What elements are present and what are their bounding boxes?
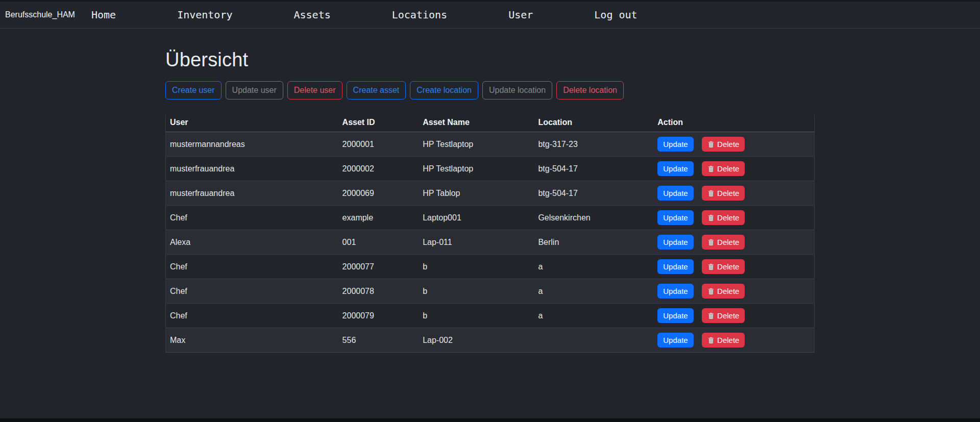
- cell-user: Alexa: [166, 230, 338, 255]
- cell-location: a: [534, 255, 653, 279]
- cell-asset-id: 2000001: [338, 132, 419, 157]
- delete-button[interactable]: Delete: [702, 308, 745, 323]
- create-location-button[interactable]: Create location: [410, 81, 478, 100]
- column-header-asset-id: Asset ID: [338, 115, 419, 132]
- trash-icon: [707, 214, 715, 221]
- cell-actions: Update Delete: [653, 181, 814, 206]
- create-user-button[interactable]: Create user: [165, 81, 222, 100]
- delete-button-label: Delete: [717, 237, 739, 247]
- cell-asset-id: 001: [338, 230, 419, 255]
- table-row: Chef 2000079 b a Update Delete: [166, 304, 815, 328]
- table-row: Max 556 Lap-002 Update Delete: [166, 328, 815, 353]
- table-row: musterfrauandrea 2000002 HP Testlaptop b…: [166, 157, 815, 181]
- delete-button-label: Delete: [717, 163, 739, 174]
- cell-user: Chef: [166, 279, 338, 304]
- delete-button[interactable]: Delete: [702, 259, 745, 274]
- cell-asset-name: Lap-002: [419, 328, 534, 353]
- nav-item-inventory[interactable]: Inventory: [177, 9, 232, 21]
- nav-links: Home Inventory Assets Locations User Log…: [91, 9, 638, 21]
- cell-location: Berlin: [534, 230, 653, 255]
- cell-asset-name: b: [419, 255, 534, 279]
- trash-icon: [707, 263, 715, 270]
- delete-button[interactable]: Delete: [702, 284, 745, 299]
- update-button[interactable]: Update: [657, 308, 693, 323]
- delete-button-label: Delete: [717, 335, 739, 345]
- nav-item-user[interactable]: User: [508, 9, 533, 21]
- cell-user: Chef: [166, 304, 338, 328]
- cell-asset-name: b: [419, 304, 534, 328]
- cell-location: a: [534, 304, 653, 328]
- column-header-action: Action: [653, 115, 814, 132]
- update-button[interactable]: Update: [657, 259, 693, 274]
- nav-item-assets[interactable]: Assets: [294, 9, 331, 21]
- delete-location-button[interactable]: Delete location: [556, 81, 624, 100]
- trash-icon: [707, 312, 715, 319]
- cell-actions: Update Delete: [653, 206, 814, 230]
- cell-asset-name: b: [419, 279, 534, 304]
- update-button[interactable]: Update: [657, 137, 693, 152]
- trash-icon: [707, 165, 715, 172]
- cell-actions: Update Delete: [653, 255, 814, 279]
- navbar-brand[interactable]: Berufsschule_HAM: [5, 10, 75, 19]
- delete-button[interactable]: Delete: [702, 186, 745, 201]
- column-header-asset-name: Asset Name: [419, 115, 534, 132]
- table-row: Alexa 001 Lap-011 Berlin Update Delete: [166, 230, 815, 255]
- cell-location: btg-504-17: [534, 181, 653, 206]
- delete-button[interactable]: Delete: [702, 137, 745, 152]
- delete-button[interactable]: Delete: [702, 210, 745, 225]
- table-header-row: User Asset ID Asset Name Location Action: [166, 115, 815, 132]
- cell-asset-name: HP Testlaptop: [419, 132, 534, 157]
- update-button[interactable]: Update: [657, 235, 693, 250]
- delete-button[interactable]: Delete: [702, 161, 745, 176]
- cell-location: btg-504-17: [534, 157, 653, 181]
- table-row: Chef 2000078 b a Update Delete: [166, 279, 815, 304]
- column-header-location: Location: [534, 115, 653, 132]
- cell-asset-id: 2000079: [338, 304, 419, 328]
- cell-actions: Update Delete: [653, 328, 814, 353]
- delete-user-button[interactable]: Delete user: [287, 81, 342, 100]
- update-user-button[interactable]: Update user: [226, 81, 283, 100]
- cell-location: a: [534, 279, 653, 304]
- delete-button-label: Delete: [717, 310, 739, 321]
- cell-user: mustermannandreas: [166, 132, 338, 157]
- trash-icon: [707, 239, 715, 246]
- delete-button[interactable]: Delete: [702, 235, 745, 250]
- cell-asset-name: HP Testlaptop: [419, 157, 534, 181]
- trash-icon: [707, 288, 715, 295]
- cell-actions: Update Delete: [653, 304, 814, 328]
- cell-location: btg-317-23: [534, 132, 653, 157]
- cell-user: Chef: [166, 255, 338, 279]
- create-asset-button[interactable]: Create asset: [347, 81, 406, 100]
- cell-actions: Update Delete: [653, 230, 814, 255]
- cell-user: Chef: [166, 206, 338, 230]
- nav-item-logout[interactable]: Log out: [594, 9, 637, 21]
- delete-button-label: Delete: [717, 286, 739, 296]
- assets-table: User Asset ID Asset Name Location Action…: [165, 115, 815, 353]
- window-bottom-edge: [0, 418, 980, 422]
- nav-item-home[interactable]: Home: [91, 9, 116, 21]
- delete-button[interactable]: Delete: [702, 333, 745, 347]
- update-button[interactable]: Update: [657, 161, 693, 176]
- cell-asset-id: 2000078: [338, 279, 419, 304]
- page-title: Übersicht: [165, 49, 815, 71]
- cell-user: musterfrauandrea: [166, 181, 338, 206]
- update-button[interactable]: Update: [657, 186, 693, 201]
- cell-asset-name: Lap-011: [419, 230, 534, 255]
- table-row: Chef example Laptop001 Gelsenkirchen Upd…: [166, 206, 815, 230]
- update-location-button[interactable]: Update location: [482, 81, 552, 100]
- delete-button-label: Delete: [717, 188, 739, 198]
- column-header-user: User: [166, 115, 338, 132]
- cell-user: musterfrauandrea: [166, 157, 338, 181]
- cell-actions: Update Delete: [653, 132, 814, 157]
- nav-item-locations[interactable]: Locations: [392, 9, 447, 21]
- cell-asset-id: 2000002: [338, 157, 419, 181]
- cell-asset-id: 556: [338, 328, 419, 353]
- navbar: Berufsschule_HAM Home Inventory Assets L…: [0, 2, 980, 29]
- update-button[interactable]: Update: [657, 210, 693, 225]
- table-row: mustermannandreas 2000001 HP Testlaptop …: [166, 132, 815, 157]
- delete-button-label: Delete: [717, 139, 739, 150]
- toolbar: Create user Update user Delete user Crea…: [165, 81, 815, 100]
- update-button[interactable]: Update: [657, 333, 693, 347]
- update-button[interactable]: Update: [657, 284, 693, 299]
- cell-asset-id: 2000069: [338, 181, 419, 206]
